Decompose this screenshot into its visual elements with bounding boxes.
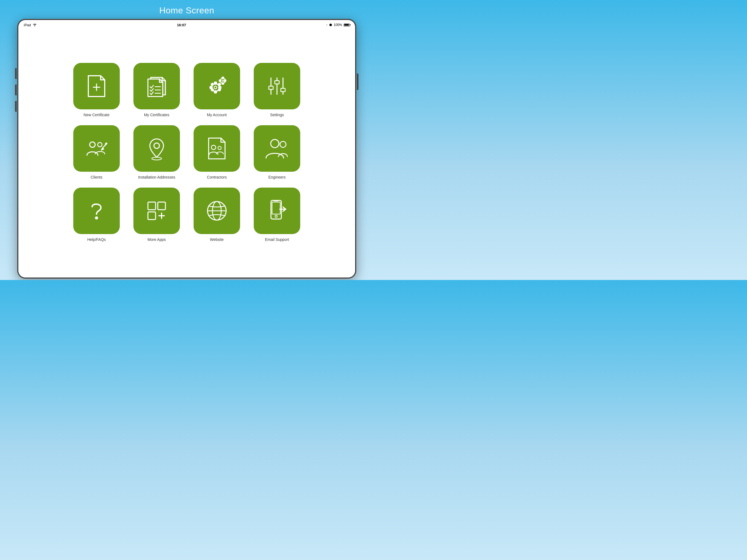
more-apps-icon xyxy=(143,197,170,225)
grid-item-settings[interactable]: Settings xyxy=(252,63,302,117)
svg-rect-10 xyxy=(219,86,221,88)
svg-point-35 xyxy=(271,139,279,148)
svg-rect-20 xyxy=(225,80,226,81)
svg-point-27 xyxy=(90,142,95,147)
ipad-frame: iPad 16:07 ↑ ⬢ 100% xyxy=(17,19,356,279)
svg-point-48 xyxy=(275,215,277,218)
wifi-icon xyxy=(32,23,37,27)
installation-addresses-icon xyxy=(143,135,170,162)
help-faqs-icon xyxy=(83,197,110,225)
status-left: iPad xyxy=(24,23,37,27)
svg-rect-13 xyxy=(211,88,214,91)
more-apps-icon-box[interactable] xyxy=(133,187,180,234)
svg-point-6 xyxy=(214,86,217,89)
svg-point-37 xyxy=(96,217,98,219)
engineers-icon-box[interactable] xyxy=(254,125,300,172)
my-certificates-label: My Certificates xyxy=(144,113,170,117)
svg-rect-40 xyxy=(148,212,156,220)
new-certificate-label: New Certificate xyxy=(84,113,110,117)
svg-rect-9 xyxy=(210,86,212,88)
svg-rect-19 xyxy=(219,80,221,81)
status-right: ↑ ⬢ 100% xyxy=(326,23,350,27)
page-title: Home Screen xyxy=(159,5,214,16)
battery-indicator xyxy=(344,24,350,27)
installation-addresses-icon-box[interactable] xyxy=(133,125,180,172)
my-certificates-icon-box[interactable] xyxy=(133,63,180,109)
my-account-icon-box[interactable] xyxy=(194,63,240,109)
engineers-label: Engineers xyxy=(268,175,285,179)
clients-icon-box[interactable] xyxy=(73,125,120,172)
grid-item-website[interactable]: Website xyxy=(192,187,241,242)
website-icon xyxy=(203,197,231,225)
svg-point-34 xyxy=(218,146,221,150)
engineers-icon xyxy=(263,135,291,162)
svg-rect-14 xyxy=(218,88,221,91)
website-icon-box[interactable] xyxy=(194,187,240,234)
content-area: New Certificate xyxy=(18,30,355,278)
app-grid: New Certificate xyxy=(72,63,302,242)
contractors-label: Contractors xyxy=(207,175,227,179)
status-bar: iPad 16:07 ↑ ⬢ 100% xyxy=(18,20,355,30)
svg-point-16 xyxy=(222,80,224,81)
grid-item-new-certificate[interactable]: New Certificate xyxy=(72,63,121,117)
new-certificate-icon xyxy=(83,73,110,100)
clients-label: Clients xyxy=(91,175,103,179)
svg-rect-18 xyxy=(222,83,224,84)
svg-point-36 xyxy=(280,142,286,147)
grid-item-more-apps[interactable]: More Apps xyxy=(132,187,181,242)
svg-rect-12 xyxy=(218,83,221,86)
svg-rect-17 xyxy=(222,77,224,78)
email-support-icon-box[interactable] xyxy=(254,187,300,234)
email-support-label: Email Support xyxy=(265,237,289,242)
contractors-icon-box[interactable] xyxy=(194,125,240,172)
svg-rect-38 xyxy=(148,202,156,210)
contractors-icon xyxy=(203,135,231,162)
svg-point-28 xyxy=(98,143,102,147)
settings-label: Settings xyxy=(270,113,284,117)
status-time: 16:07 xyxy=(177,23,186,27)
grid-item-engineers[interactable]: Engineers xyxy=(252,125,302,179)
my-certificates-icon xyxy=(143,73,170,100)
svg-rect-7 xyxy=(214,82,216,84)
help-faqs-label: Help/FAQs xyxy=(87,237,106,242)
grid-item-email-support[interactable]: Email Support xyxy=(252,187,302,242)
ipad-screen: iPad 16:07 ↑ ⬢ 100% xyxy=(18,20,355,278)
help-faqs-icon-box[interactable] xyxy=(73,187,120,234)
more-apps-label: More Apps xyxy=(148,237,166,242)
location-icon: ↑ xyxy=(326,23,328,27)
bluetooth-icon: ⬢ xyxy=(329,23,332,27)
svg-rect-8 xyxy=(214,91,216,93)
settings-icon-box[interactable] xyxy=(254,63,300,109)
my-account-label: My Account xyxy=(207,113,227,117)
battery-label: 100% xyxy=(334,23,342,27)
svg-point-31 xyxy=(154,143,159,149)
svg-rect-22 xyxy=(269,86,273,90)
grid-item-my-certificates[interactable]: My Certificates xyxy=(132,63,181,117)
grid-item-clients[interactable]: Clients xyxy=(72,125,121,179)
website-label: Website xyxy=(210,237,224,242)
grid-item-my-account[interactable]: My Account xyxy=(192,63,241,117)
svg-rect-47 xyxy=(272,202,280,214)
settings-icon xyxy=(263,73,291,100)
new-certificate-icon-box[interactable] xyxy=(73,63,120,109)
svg-rect-26 xyxy=(281,88,285,92)
grid-item-help-faqs[interactable]: Help/FAQs xyxy=(72,187,121,242)
clients-icon xyxy=(83,135,110,162)
device-label: iPad xyxy=(24,23,31,27)
installation-addresses-label: Installation Addresses xyxy=(138,175,175,179)
my-account-icon xyxy=(203,73,231,100)
svg-point-33 xyxy=(211,145,216,150)
email-support-icon xyxy=(263,197,291,225)
svg-line-29 xyxy=(103,144,107,148)
grid-item-installation-addresses[interactable]: Installation Addresses xyxy=(132,125,181,179)
svg-rect-39 xyxy=(158,202,165,210)
grid-item-contractors[interactable]: Contractors xyxy=(192,125,241,179)
svg-rect-24 xyxy=(275,81,279,84)
svg-rect-11 xyxy=(211,83,214,86)
